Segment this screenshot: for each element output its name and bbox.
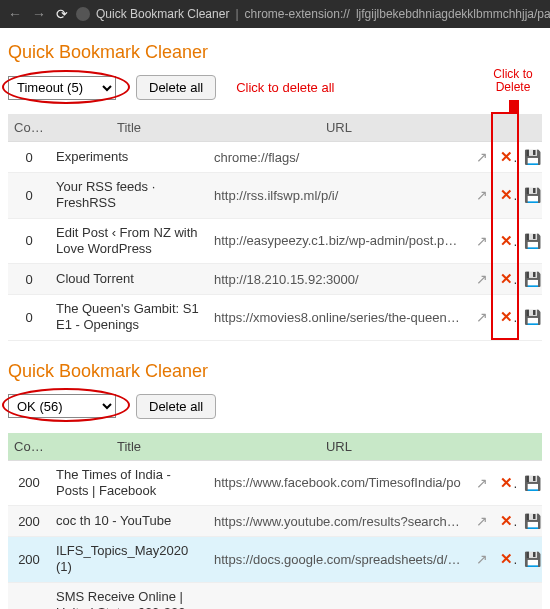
code-cell: 0 [8,295,50,341]
col-code: Code [8,433,50,461]
delete-icon[interactable]: ✕ [500,474,518,491]
save-icon[interactable]: 💾 [524,309,542,325]
table-row: 0The Queen's Gambit: S1 E1 - Openingshtt… [8,295,542,341]
bookmarks-table: Code Title URL 200The Times of India - P… [8,433,542,610]
open-link-icon[interactable]: ↗ [476,309,488,325]
save-icon[interactable]: 💾 [524,475,542,491]
col-code: Code [8,114,50,142]
col-spacer [518,433,542,461]
open-link-icon[interactable]: ↗ [476,271,488,287]
table-row: 200The Times of India - Posts | Facebook… [8,460,542,506]
extension-icon [76,7,90,21]
url-cell: http://easypeezy.c1.biz/wp-admin/post.ph… [208,218,470,264]
code-cell: 0 [8,142,50,173]
reload-icon[interactable]: ⟳ [54,6,70,22]
save-icon[interactable]: 💾 [524,271,542,287]
col-title: Title [50,114,208,142]
open-link-icon[interactable]: ↗ [476,187,488,203]
save-icon[interactable]: 💾 [524,551,542,567]
delete-icon[interactable]: ✕ [500,148,518,165]
save-icon[interactable]: 💾 [524,149,542,165]
col-url: URL [208,433,470,461]
delete-all-button[interactable]: Delete all [136,394,216,419]
table-row: 200ILFS_Topics_May2020 (1)https://docs.g… [8,537,542,583]
url-cell: https://docs.google.com/spreadsheets/d/1… [208,537,470,583]
status-select[interactable]: OK (56) [8,394,116,418]
col-spacer [494,114,518,142]
code-cell: 0 [8,218,50,264]
title-cell: coc th 10 - YouTube [50,506,208,537]
url-cell: https://www.youtube.com/results?search_q… [208,506,470,537]
code-cell: 200 [8,460,50,506]
code-cell: 0 [8,264,50,295]
table-row: 0Cloud Torrenthttp://18.210.15.92:3000/↗… [8,264,542,295]
col-url: URL [208,114,470,142]
code-cell: 200 [8,582,50,609]
tab-title: Quick Bookmark Cleaner [96,7,229,21]
back-icon[interactable]: ← [6,6,24,22]
browser-toolbar: ← → ⟳ Quick Bookmark Cleaner | chrome-ex… [0,0,550,28]
table-row: 200SMS Receive Online | United States 62… [8,582,542,609]
page-title: Quick Bookmark Cleaner [8,361,542,382]
open-link-icon[interactable]: ↗ [476,551,488,567]
code-cell: 0 [8,173,50,219]
url-cell: http://18.210.15.92:3000/ [208,264,470,295]
url-cell: chrome://flags/ [208,142,470,173]
table-row: 0Experimentschrome://flags/↗✕💾 [8,142,542,173]
delete-icon[interactable]: ✕ [500,308,518,325]
table-row: 0Your RSS feeds · FreshRSShttp://rss.ilf… [8,173,542,219]
title-cell: Experiments [50,142,208,173]
delete-all-button[interactable]: Delete all [136,75,216,100]
title-cell: Your RSS feeds · FreshRSS [50,173,208,219]
col-spacer [518,114,542,142]
title-cell: Cloud Torrent [50,264,208,295]
table-row: 200coc th 10 - YouTubehttps://www.youtub… [8,506,542,537]
code-cell: 200 [8,537,50,583]
open-link-icon[interactable]: ↗ [476,513,488,529]
bookmarks-table: Code Title URL 0Experimentschrome://flag… [8,114,542,341]
save-icon[interactable]: 💾 [524,187,542,203]
col-spacer [470,114,494,142]
url-cell: https://xmovies8.online/series/the-queen… [208,295,470,341]
title-cell: The Times of India - Posts | Facebook [50,460,208,506]
delete-icon[interactable]: ✕ [500,550,518,567]
delete-icon[interactable]: ✕ [500,232,518,249]
open-link-icon[interactable]: ↗ [476,233,488,249]
separator: | [235,7,238,21]
url-cell: http://rss.ilfswp.ml/p/i/ [208,173,470,219]
title-cell: ILFS_Topics_May2020 (1) [50,537,208,583]
title-cell: The Queen's Gambit: S1 E1 - Openings [50,295,208,341]
save-icon[interactable]: 💾 [524,513,542,529]
save-icon[interactable]: 💾 [524,233,542,249]
url-scheme: chrome-extension:// [245,7,350,21]
url-path: ljfgijlbekebdhniagdekklbmmchhjja/page.ht [356,7,550,21]
delete-icon[interactable]: ✕ [500,512,518,529]
open-link-icon[interactable]: ↗ [476,149,488,165]
code-cell: 200 [8,506,50,537]
table-row: 0Edit Post ‹ From NZ with Love WordPress… [8,218,542,264]
url-cell: https://freephonenum.com/us/receive-sms/… [208,582,470,609]
open-link-icon[interactable]: ↗ [476,475,488,491]
title-cell: SMS Receive Online | United States 620-3… [50,582,208,609]
url-cell: https://www.facebook.com/TimesofIndia/po [208,460,470,506]
delete-icon[interactable]: ✕ [500,270,518,287]
page-title: Quick Bookmark Cleaner [8,42,542,63]
col-spacer [470,433,494,461]
forward-icon[interactable]: → [30,6,48,22]
col-spacer [494,433,518,461]
status-select[interactable]: Timeout (5) [8,76,116,100]
title-cell: Edit Post ‹ From NZ with Love WordPress [50,218,208,264]
delete-all-note: Click to delete all [236,80,334,95]
col-title: Title [50,433,208,461]
delete-icon[interactable]: ✕ [500,186,518,203]
